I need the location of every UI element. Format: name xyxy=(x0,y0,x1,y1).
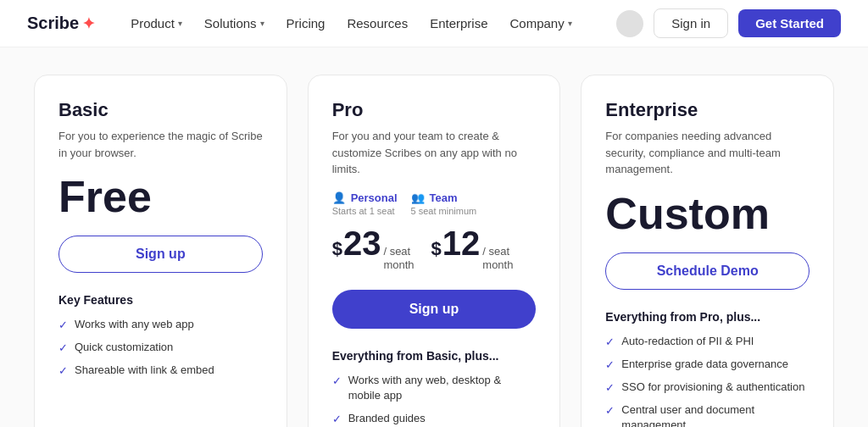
list-item: ✓ SSO for provisioning & authentication xyxy=(605,380,810,396)
chevron-down-icon: ▾ xyxy=(260,19,264,28)
check-icon: ✓ xyxy=(58,341,68,356)
feature-text: Central user and document management xyxy=(621,402,810,427)
basic-features-list: ✓ Works with any web app ✓ Quick customi… xyxy=(58,317,263,380)
feature-text: SSO for provisioning & authentication xyxy=(621,380,804,395)
check-icon: ✓ xyxy=(58,318,68,333)
pro-features-list: ✓ Works with any web, desktop & mobile a… xyxy=(332,373,537,427)
pro-features-heading: Everything from Basic, plus... xyxy=(332,349,537,363)
signin-button[interactable]: Sign in xyxy=(654,8,728,38)
feature-text: Auto-redaction of PII & PHI xyxy=(621,334,754,349)
chevron-down-icon: ▾ xyxy=(568,19,572,28)
pricing-toggle: 👤 Personal Starts at 1 seat 👥 Team 5 sea… xyxy=(332,191,537,219)
nav-link-label: Enterprise xyxy=(430,16,487,30)
price-custom: Custom xyxy=(605,191,810,236)
feature-text: Works with any web, desktop & mobile app xyxy=(348,373,537,403)
getstarted-button[interactable]: Get Started xyxy=(738,9,841,37)
personal-currency: $ xyxy=(332,238,342,260)
nav-link-label: Pricing xyxy=(287,16,326,30)
nav-item-enterprise[interactable]: Enterprise xyxy=(421,11,496,36)
personal-amount: 23 xyxy=(343,226,381,260)
nav-item-pricing[interactable]: Pricing xyxy=(278,11,334,36)
team-price-item: $ 12 / seatmonth xyxy=(431,226,514,274)
plan-name-basic: Basic xyxy=(58,99,263,121)
pro-cta-button[interactable]: Sign up xyxy=(332,290,537,329)
toggle-team-sublabel: 5 seat minimum xyxy=(411,206,477,216)
price-block-basic: Free xyxy=(58,175,263,219)
plan-card-enterprise: Enterprise For companies needing advance… xyxy=(581,75,834,427)
plan-desc-enterprise: For companies needing advanced security,… xyxy=(605,128,810,178)
check-icon: ✓ xyxy=(605,358,615,373)
main-content: Basic For you to experience the magic of… xyxy=(0,47,868,427)
list-item: ✓ Works with any web app xyxy=(58,317,263,333)
list-item: ✓ Quick customization xyxy=(58,340,263,356)
check-icon: ✓ xyxy=(605,403,615,419)
enterprise-cta-button[interactable]: Schedule Demo xyxy=(605,252,810,290)
list-item: ✓ Auto-redaction of PII & PHI xyxy=(605,334,810,350)
feature-text: Works with any web app xyxy=(75,317,194,332)
team-unit: / seatmonth xyxy=(482,245,513,274)
feature-text: Quick customization xyxy=(75,340,173,355)
pricing-grid: Basic For you to experience the magic of… xyxy=(34,75,834,427)
nav-item-product[interactable]: Product▾ xyxy=(122,11,191,36)
toggle-personal-sublabel: Starts at 1 seat xyxy=(332,206,398,216)
plan-name-enterprise: Enterprise xyxy=(605,99,810,121)
check-icon: ✓ xyxy=(605,335,615,350)
nav-link-label: Company xyxy=(510,16,565,30)
list-item: ✓ Enterprise grade data governance xyxy=(605,357,810,373)
check-icon: ✓ xyxy=(332,374,342,389)
plan-card-basic: Basic For you to experience the magic of… xyxy=(34,75,287,427)
personal-price-item: $ 23 / seatmonth xyxy=(332,226,415,274)
plan-name-pro: Pro xyxy=(332,99,537,121)
pro-price-pair: $ 23 / seatmonth $ 12 / seatmonth xyxy=(332,226,537,274)
toggle-team[interactable]: 👥 Team 5 seat minimum xyxy=(411,191,477,219)
team-currency: $ xyxy=(431,238,442,260)
team-icon: 👥 xyxy=(411,191,425,204)
nav-item-solutions[interactable]: Solutions▾ xyxy=(196,11,273,36)
feature-text: Branded guides xyxy=(348,411,426,426)
navbar: Scribe ✦ Product▾Solutions▾PricingResour… xyxy=(0,0,868,47)
nav-links: Product▾Solutions▾PricingResourcesEnterp… xyxy=(122,11,616,36)
plan-card-pro: Pro For you and your team to create & cu… xyxy=(308,75,561,427)
nav-link-label: Solutions xyxy=(204,16,257,30)
enterprise-features-heading: Everything from Pro, plus... xyxy=(605,310,810,324)
nav-item-company[interactable]: Company▾ xyxy=(502,11,581,36)
list-item: ✓ Shareable with link & embed xyxy=(58,363,263,379)
list-item: ✓ Works with any web, desktop & mobile a… xyxy=(332,373,537,403)
team-amount: 12 xyxy=(442,226,481,260)
nav-link-label: Resources xyxy=(347,16,408,30)
price-amount-basic: Free xyxy=(58,175,152,219)
toggle-team-label: 👥 Team xyxy=(411,191,477,204)
plan-desc-basic: For you to experience the magic of Scrib… xyxy=(58,128,263,161)
nav-actions: Sign in Get Started xyxy=(616,8,841,38)
logo-text: Scribe xyxy=(27,14,79,33)
list-item: ✓ Branded guides xyxy=(332,411,537,427)
chevron-down-icon: ▾ xyxy=(178,19,182,28)
nav-link-label: Product xyxy=(131,16,175,30)
toggle-personal-label: 👤 Personal xyxy=(332,191,398,204)
basic-features-heading: Key Features xyxy=(58,293,263,307)
enterprise-features-list: ✓ Auto-redaction of PII & PHI ✓ Enterpri… xyxy=(605,334,810,428)
check-icon: ✓ xyxy=(605,380,615,396)
check-icon: ✓ xyxy=(332,412,342,427)
logo[interactable]: Scribe ✦ xyxy=(27,14,95,33)
feature-text: Enterprise grade data governance xyxy=(621,357,788,372)
basic-cta-button[interactable]: Sign up xyxy=(58,236,263,273)
plan-desc-pro: For you and your team to create & custom… xyxy=(332,128,537,178)
check-icon: ✓ xyxy=(58,363,68,379)
personal-unit: / seatmonth xyxy=(383,245,414,274)
toggle-personal[interactable]: 👤 Personal Starts at 1 seat xyxy=(332,191,398,219)
list-item: ✓ Central user and document management xyxy=(605,402,810,427)
nav-item-resources[interactable]: Resources xyxy=(338,11,416,36)
feature-text: Shareable with link & embed xyxy=(75,363,214,378)
logo-flame: ✦ xyxy=(82,14,95,33)
nav-avatar xyxy=(616,10,643,37)
person-icon: 👤 xyxy=(332,191,346,204)
